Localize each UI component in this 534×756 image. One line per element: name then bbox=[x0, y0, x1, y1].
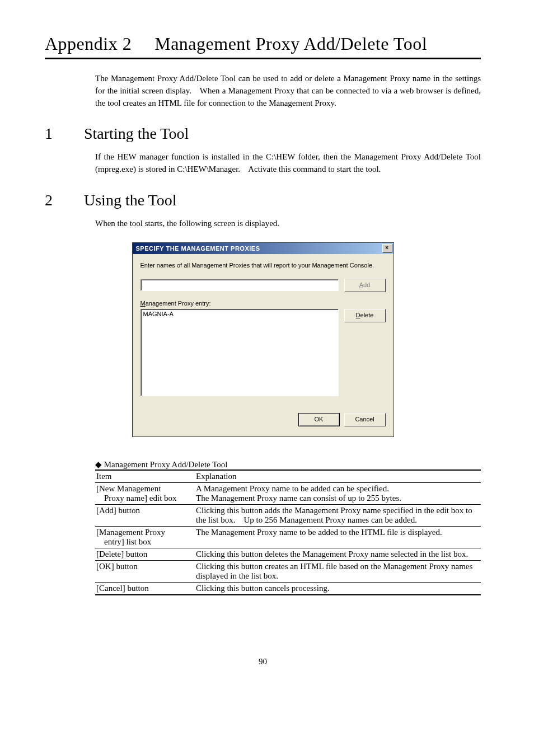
proxy-entry-listbox[interactable]: MAGNIA-A bbox=[140, 309, 339, 396]
table-row: [OK] buttonClicking this button creates … bbox=[95, 560, 481, 582]
table-head-explanation: Explanation bbox=[195, 470, 481, 483]
list-item[interactable]: MAGNIA-A bbox=[143, 311, 336, 317]
delete-button[interactable]: Delete bbox=[344, 309, 386, 322]
table-cell-explanation: Clicking this button adds the Management… bbox=[195, 504, 481, 526]
page-title: Appendix 2 Management Proxy Add/Delete T… bbox=[45, 34, 481, 54]
ok-button[interactable]: OK bbox=[298, 413, 340, 426]
table-cell-explanation: Clicking this button creates an HTML fil… bbox=[195, 560, 481, 582]
section-2-header: 2 Using the Tool bbox=[45, 191, 481, 209]
table-cell-item: [Management Proxyentry] list box bbox=[95, 526, 195, 548]
dialog-window: SPECIFY THE MANAGEMENT PROXIES × Enter n… bbox=[132, 242, 394, 437]
add-button[interactable]: Add bbox=[344, 279, 386, 292]
table-cell-explanation: Clicking this button deletes the Managem… bbox=[195, 548, 481, 560]
table-row: [Add] buttonClicking this button adds th… bbox=[95, 504, 481, 526]
table-row: [New ManagementProxy name] edit boxA Man… bbox=[95, 482, 481, 504]
table-row: [Delete] buttonClicking this button dele… bbox=[95, 548, 481, 560]
explanation-table: Item Explanation [New ManagementProxy na… bbox=[95, 469, 481, 595]
section-1-title: Starting the Tool bbox=[84, 125, 189, 143]
page-number: 90 bbox=[45, 657, 481, 666]
section-1-number: 1 bbox=[45, 125, 84, 143]
table-cell-item: [Delete] button bbox=[95, 548, 195, 560]
table-cell-explanation: A Management Proxy name to be added can … bbox=[195, 482, 481, 504]
dialog-instruction: Enter names of all Management Proxies th… bbox=[140, 262, 386, 269]
section-2-number: 2 bbox=[45, 191, 84, 209]
table-cell-item: [New ManagementProxy name] edit box bbox=[95, 482, 195, 504]
dialog-titlebar: SPECIFY THE MANAGEMENT PROXIES × bbox=[133, 243, 394, 254]
section-1-header: 1 Starting the Tool bbox=[45, 125, 481, 143]
delete-button-mnemonic: D bbox=[356, 312, 360, 318]
section-1-body: If the HEW manager function is installed… bbox=[95, 151, 481, 176]
title-rule bbox=[45, 58, 481, 59]
section-2-title: Using the Tool bbox=[84, 191, 177, 209]
add-button-mnemonic: A bbox=[359, 281, 363, 288]
table-row: [Cancel] buttonClicking this button canc… bbox=[95, 582, 481, 595]
intro-paragraph: The Management Proxy Add/Delete Tool can… bbox=[95, 73, 481, 109]
table-cell-explanation: The Management Proxy name to be added to… bbox=[195, 526, 481, 548]
table-cell-item: [Add] button bbox=[95, 504, 195, 526]
table-cell-item: [OK] button bbox=[95, 560, 195, 582]
table-caption: ◆ Management Proxy Add/Delete Tool bbox=[95, 459, 481, 469]
proxy-entry-label: Management Proxy entry: bbox=[140, 300, 386, 307]
table-cell-item: [Cancel] button bbox=[95, 582, 195, 595]
cancel-button[interactable]: Cancel bbox=[344, 413, 386, 426]
table-head-item: Item bbox=[95, 470, 195, 483]
new-proxy-name-input[interactable] bbox=[140, 279, 339, 291]
table-row: [Management Proxyentry] list boxThe Mana… bbox=[95, 526, 481, 548]
table-cell-explanation: Clicking this button cancels processing. bbox=[195, 582, 481, 595]
close-button[interactable]: × bbox=[382, 244, 392, 253]
dialog-title: SPECIFY THE MANAGEMENT PROXIES bbox=[136, 245, 260, 252]
section-2-body: When the tool starts, the following scre… bbox=[95, 218, 481, 230]
